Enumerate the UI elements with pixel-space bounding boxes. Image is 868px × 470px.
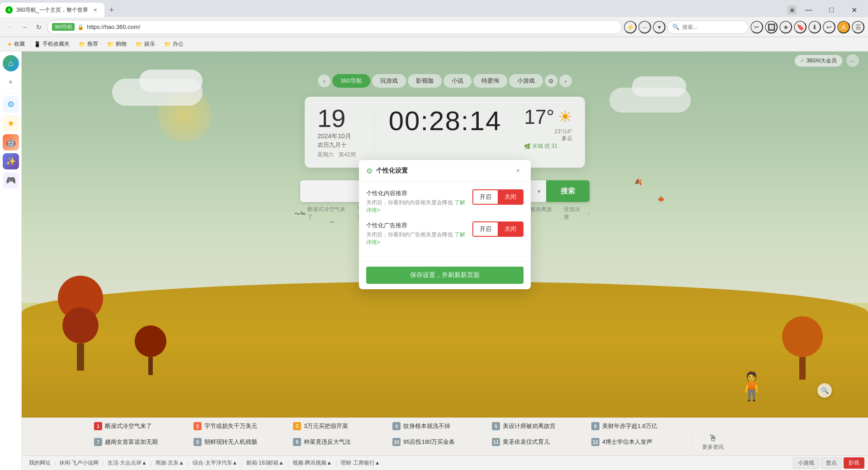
- refresh-button[interactable]: ↻: [33, 21, 45, 33]
- dialog-content-title: 个性化内容推荐: [366, 189, 467, 197]
- sidebar-add-icon[interactable]: +: [3, 74, 19, 90]
- sidebar-ai2-icon[interactable]: ✨: [3, 153, 19, 169]
- dialog-row-ads: 个性化广告推荐 关闭后，你看到的广告相关度会降低 了解详情> 开启 关闭: [366, 221, 524, 246]
- sidebar-settings-icon[interactable]: ⚙: [3, 96, 19, 113]
- folder-icon: 📁: [136, 41, 142, 47]
- personalization-dialog: ⚙ 个性化设置 × 个性化内容推荐 关闭后，你看到的内容相关度会降低 了解详情>: [359, 160, 531, 289]
- sidebar-home-icon[interactable]: ⌂: [3, 55, 19, 71]
- tab-bar: 3 360导航_一个主页，整个世界 ✕ + ⊞ — □ ✕: [0, 0, 868, 17]
- bookmark-shopping[interactable]: 📁 购物: [104, 39, 130, 49]
- bookmark-label: 购物: [116, 40, 127, 48]
- site-badge: 360导航: [52, 23, 75, 31]
- toggle-group-content: 开启 关闭: [472, 189, 524, 205]
- dialog-title: 个性化设置: [376, 167, 513, 175]
- bookmark-entertainment[interactable]: 📁 娱乐: [132, 39, 159, 49]
- toggle-ads-off[interactable]: 关闭: [498, 222, 523, 236]
- maximize-button[interactable]: □: [821, 4, 842, 16]
- dialog-footer: 保存设置，并刷新新页面: [359, 261, 531, 289]
- nav-search-box[interactable]: 🔍: [667, 20, 749, 34]
- more-options-button[interactable]: ···: [638, 21, 651, 33]
- dialog-header: ⚙ 个性化设置 ×: [359, 160, 531, 182]
- bookmark-label: 办公: [173, 40, 184, 48]
- sidebar-ai-icon[interactable]: 🤖: [3, 134, 19, 150]
- lightning-icon[interactable]: ⚡: [624, 21, 637, 33]
- active-tab[interactable]: 3 360导航_一个主页，整个世界 ✕: [0, 3, 104, 17]
- dialog-body: 个性化内容推荐 关闭后，你看到的内容相关度会降低 了解详情> 开启 关闭: [359, 182, 531, 261]
- bookmark-label: 手机收藏夹: [42, 40, 70, 48]
- bookmark-star-icon[interactable]: ★: [779, 21, 792, 33]
- forward-button[interactable]: →: [18, 21, 31, 33]
- dialog-gear-icon: ⚙: [366, 167, 373, 175]
- navigation-bar: ← → ↻ 360导航 🔒 https://hao.360.com/ ⚡ ···…: [0, 17, 868, 37]
- sidebar-game-icon[interactable]: 🎮: [3, 172, 19, 188]
- bookmark-favorites[interactable]: ★ 收藏: [4, 39, 28, 49]
- dialog-content-desc: 关闭后，你看到的内容相关度会降低 了解详情>: [366, 199, 467, 214]
- browser-sidebar: ⌂ + ⚙ ★ 🤖 ✨ 🎮: [0, 52, 22, 470]
- sidebar-star-icon[interactable]: ★: [3, 115, 19, 132]
- tab-title: 360导航_一个主页，整个世界: [16, 6, 88, 14]
- bookmark-label: 娱乐: [144, 40, 155, 48]
- tab-close-button[interactable]: ✕: [92, 6, 99, 14]
- toggle-ads-on[interactable]: 开启: [473, 222, 498, 236]
- history-icon[interactable]: ↩: [823, 21, 835, 33]
- bookmark-recommend[interactable]: 📁 推荐: [75, 39, 102, 49]
- minimize-button[interactable]: —: [798, 4, 819, 16]
- menu-icon[interactable]: ☰: [852, 21, 864, 33]
- bookmark-office[interactable]: 📁 办公: [160, 39, 187, 49]
- toggle-content-off[interactable]: 关闭: [498, 190, 523, 204]
- bookmarks-bar: ★ 收藏 📱 手机收藏夹 📁 推荐 📁 购物 📁 娱乐 📁 办公: [0, 37, 868, 52]
- dialog-row-content-text: 个性化内容推荐 关闭后，你看到的内容相关度会降低 了解详情>: [366, 189, 467, 214]
- back-button[interactable]: ←: [4, 21, 16, 33]
- search-icon: 🔍: [672, 24, 679, 30]
- nav-search-input[interactable]: [682, 24, 744, 30]
- profile-icon[interactable]: A: [837, 21, 850, 33]
- folder-icon: 📁: [164, 41, 171, 47]
- toggle-content-on[interactable]: 开启: [473, 190, 498, 204]
- dialog-row-content: 个性化内容推荐 关闭后，你看到的内容相关度会降低 了解详情> 开启 关闭: [366, 189, 524, 214]
- mobile-icon: 📱: [34, 41, 41, 47]
- scissors-icon[interactable]: ✂: [750, 21, 763, 33]
- star-icon: ★: [7, 41, 12, 47]
- window-controls: ⊞ — □ ✕: [788, 4, 868, 17]
- dialog-overlay: ⚙ 个性化设置 × 个性化内容推荐 关闭后，你看到的内容相关度会降低 了解详情>: [22, 52, 868, 470]
- dialog-ads-desc: 关闭后，你看到的广告相关度会降低 了解详情>: [366, 231, 467, 246]
- dialog-ads-title: 个性化广告推荐: [366, 221, 467, 230]
- tab-favicon: 3: [5, 6, 13, 14]
- expand-button[interactable]: ▾: [653, 21, 665, 33]
- main-area: ⌂ + ⚙ ★ 🤖 ✨ 🎮: [0, 52, 868, 470]
- url-text: https://hao.360.com/: [87, 24, 617, 30]
- folder-icon: 📁: [107, 41, 114, 47]
- new-tab-button[interactable]: +: [104, 3, 119, 17]
- content-area: 🧍 〜〜 〜 🍂 🍁 ✓ 360AI大会员 ··: [22, 52, 868, 470]
- bookmark-label: 推荐: [87, 40, 98, 48]
- bookmark-icon[interactable]: 🔖: [794, 21, 807, 33]
- bookmark-label: 收藏: [14, 40, 25, 48]
- dialog-row-ads-text: 个性化广告推荐 关闭后，你看到的广告相关度会降低 了解详情>: [366, 221, 467, 246]
- dialog-close-button[interactable]: ×: [513, 165, 524, 176]
- folder-icon: 📁: [79, 41, 85, 47]
- download-icon[interactable]: ⬇: [808, 21, 821, 33]
- save-settings-button[interactable]: 保存设置，并刷新新页面: [366, 267, 524, 284]
- extensions-icon[interactable]: 🔲: [765, 21, 778, 33]
- bookmark-mobile[interactable]: 📱 手机收藏夹: [30, 39, 73, 49]
- toggle-group-ads: 开启 关闭: [472, 221, 524, 237]
- lock-icon: 🔒: [77, 24, 84, 30]
- address-bar[interactable]: 360导航 🔒 https://hao.360.com/: [47, 20, 622, 34]
- close-button[interactable]: ✕: [844, 4, 864, 16]
- browser-menu-icon[interactable]: ⊞: [788, 5, 797, 14]
